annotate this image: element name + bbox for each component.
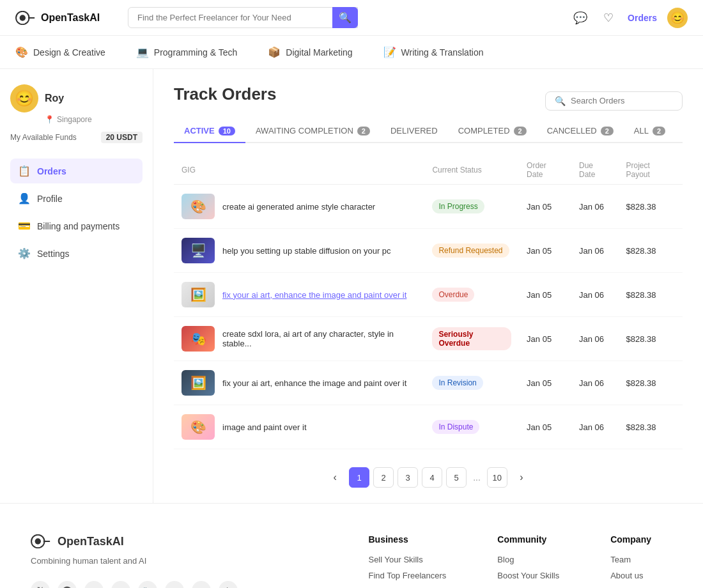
gig-title[interactable]: fix your ai art, enhance the image and p… (222, 290, 406, 300)
nav-label-design: Design & Creative (33, 47, 105, 58)
page-title: Track Orders (174, 84, 276, 104)
table-row: 🎨 create ai generated anime style charac… (174, 185, 683, 229)
social-linkedin[interactable]: in (192, 581, 211, 588)
sidebar-item-settings[interactable]: ⚙️ Settings (10, 241, 143, 266)
footer-link-blog[interactable]: Blog (497, 555, 559, 564)
nav-item-design[interactable]: 🎨 Design & Creative (15, 46, 105, 58)
gig-title-text: help you setting up stable diffusion on … (222, 246, 391, 256)
project-payout: $828.38 (618, 229, 683, 273)
pagination-page-4[interactable]: 4 (422, 467, 442, 488)
pagination-dots: ... (470, 472, 483, 483)
gig-cell: 🖥️ help you setting up stable diffusion … (182, 238, 417, 263)
col-payout: Project Payout (618, 156, 683, 185)
col-order-date: Order Date (519, 156, 571, 185)
tab-all[interactable]: ALL 2 (624, 120, 676, 143)
sidebar-item-billing[interactable]: 💳 Billing and payments (10, 213, 143, 238)
order-date: Jan 05 (519, 317, 571, 361)
status-badge: In Progress (432, 199, 484, 213)
gig-thumbnail: 🖼️ (182, 282, 215, 307)
gig-thumbnail: 🎭 (182, 326, 215, 352)
due-date: Jan 06 (571, 185, 618, 229)
status-badge: In Revision (432, 376, 483, 390)
tab-active[interactable]: ACTIVE 10 (174, 120, 245, 143)
footer-link-boost[interactable]: Boost Your Skills (497, 571, 559, 580)
footer-link-team[interactable]: Team (610, 555, 672, 564)
social-discord[interactable]: ◆ (165, 581, 184, 588)
funds-value: 20 USDT (101, 132, 143, 143)
gig-cell: 🎨 image and paint over it (182, 414, 417, 440)
pagination-page-3[interactable]: 3 (398, 467, 418, 488)
search-container: 🔍 (128, 7, 358, 28)
footer-tagline: Combining human talent and AI (31, 556, 238, 566)
orders-link[interactable]: Orders (628, 13, 657, 23)
marketing-icon: 📦 (268, 46, 281, 58)
search-orders-input[interactable] (571, 96, 673, 105)
gig-title-text: create ai generated anime style characte… (222, 202, 375, 212)
social-icons: 𝕏 ⬤ ▶ ♪ 📷 ◆ in ✈ (31, 581, 238, 588)
order-date: Jan 05 (519, 273, 571, 317)
social-instagram[interactable]: 📷 (138, 581, 157, 588)
sidebar-item-profile[interactable]: 👤 Profile (10, 186, 143, 211)
tab-completed-badge: 2 (514, 127, 527, 135)
nav-item-writing[interactable]: 📝 Writing & Translation (383, 46, 484, 58)
footer-link-about[interactable]: About us (610, 571, 672, 580)
sidebar-item-orders[interactable]: 📋 Orders (10, 159, 143, 183)
project-payout: $828.38 (618, 273, 683, 317)
pagination-page-10[interactable]: 10 (487, 467, 507, 488)
footer-col-business-heading: Business (368, 534, 446, 545)
wishlist-icon[interactable]: ♡ (599, 9, 617, 27)
gig-cell: 🎨 create ai generated anime style charac… (182, 194, 417, 219)
gig-link[interactable]: fix your ai art, enhance the image and p… (222, 290, 406, 300)
gig-thumbnail: 🖥️ (182, 238, 215, 263)
pagination-page-2[interactable]: 2 (373, 467, 394, 488)
nav-item-programming[interactable]: 💻 Programming & Tech (136, 46, 237, 58)
social-twitter[interactable]: 𝕏 (31, 581, 50, 588)
tab-completed[interactable]: COMPLETED 2 (448, 120, 537, 143)
logo[interactable]: OpenTaskAI (15, 11, 118, 25)
social-telegram[interactable]: ✈ (219, 581, 238, 588)
footer-link-find[interactable]: Find Top Freelancers (368, 571, 446, 580)
tab-delivered[interactable]: DELIVERED (380, 120, 448, 143)
search-orders-container: 🔍 (545, 91, 683, 111)
svg-point-4 (35, 538, 41, 544)
search-input[interactable] (128, 7, 358, 28)
tab-completed-label: COMPLETED (458, 126, 510, 135)
header-actions: 💬 ♡ Orders 😊 (571, 8, 688, 28)
gig-title-text: fix your ai art, enhance the image and p… (222, 378, 406, 388)
social-tiktok[interactable]: ♪ (111, 581, 130, 588)
status-badge: In Dispute (432, 420, 479, 434)
pagination-page-1[interactable]: 1 (349, 467, 369, 488)
col-due-date: Due Date (571, 156, 618, 185)
tab-active-badge: 10 (219, 127, 235, 135)
tab-awaiting[interactable]: AWAITING COMPLETION 2 (245, 120, 380, 143)
pagination: ‹ 1 2 3 4 5 ... 10 › (174, 467, 683, 488)
user-info: 😊 Roy (10, 84, 143, 112)
gig-title: image and paint over it (222, 422, 307, 432)
message-icon[interactable]: 💬 (571, 9, 589, 27)
pagination-page-5[interactable]: 5 (446, 467, 467, 488)
search-button[interactable]: 🔍 (332, 7, 358, 28)
footer-logo[interactable]: OpenTaskAI (31, 534, 238, 548)
social-medium[interactable]: ⬤ (58, 581, 77, 588)
pagination-next[interactable]: › (511, 467, 532, 488)
gig-thumbnail: 🎨 (182, 414, 215, 440)
due-date: Jan 06 (571, 361, 618, 405)
social-youtube[interactable]: ▶ (84, 581, 104, 588)
settings-icon: ⚙️ (18, 247, 31, 259)
tab-cancelled[interactable]: CANCELLED 2 (537, 120, 624, 143)
pagination-prev[interactable]: ‹ (325, 467, 345, 488)
footer-link-sell[interactable]: Sell Your Skills (368, 555, 446, 564)
footer-col-community-heading: Community (497, 534, 559, 545)
col-status: Current Status (424, 156, 519, 185)
footer-col-business: Business Sell Your Skills Find Top Freel… (368, 534, 446, 588)
funds-row: My Available Funds 20 USDT (10, 132, 143, 143)
order-date: Jan 05 (519, 405, 571, 449)
footer-col-company-heading: Company (610, 534, 672, 545)
avatar[interactable]: 😊 (667, 8, 688, 28)
gig-cell: 🖼️ fix your ai art, enhance the image an… (182, 282, 417, 307)
order-date: Jan 05 (519, 361, 571, 405)
funds-label: My Available Funds (10, 133, 77, 142)
category-nav: 🎨 Design & Creative 💻 Programming & Tech… (0, 36, 703, 69)
nav-item-marketing[interactable]: 📦 Digital Marketing (268, 46, 352, 58)
project-payout: $828.38 (618, 405, 683, 449)
